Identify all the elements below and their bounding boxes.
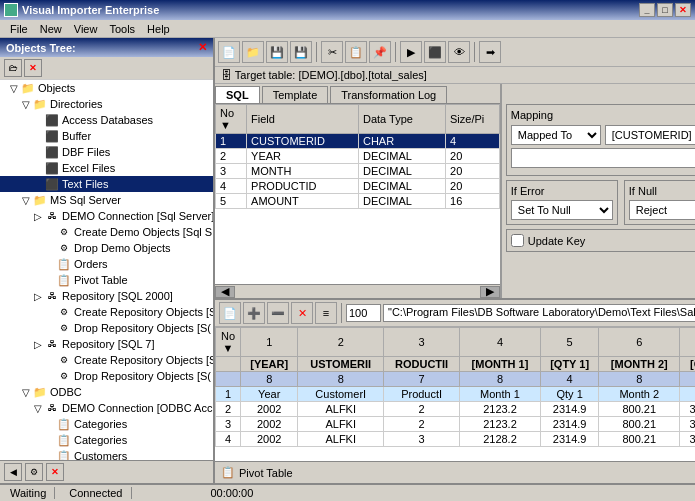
mapped-to-select[interactable]: Mapped To	[511, 125, 601, 145]
left-btn3[interactable]: ✕	[46, 463, 64, 481]
close-button[interactable]: ✕	[675, 3, 691, 17]
expand-icon: ▷	[32, 291, 44, 302]
toolbar-new[interactable]: 📄	[218, 41, 240, 63]
field-table-hscroll[interactable]: ◀ ▶	[215, 284, 500, 298]
mapping-value-select[interactable]: [CUSTOMERID]	[605, 125, 695, 145]
mapping-expression-input[interactable]	[511, 148, 695, 168]
tree-item-dbf[interactable]: ⬛ DBF Files	[0, 144, 213, 160]
hscroll-right[interactable]: ▶	[480, 286, 500, 298]
tree-label-create-demo: Create Demo Objects [Sql S	[74, 226, 212, 238]
field-row-3[interactable]: 3 MONTH DECIMAL 20	[216, 164, 500, 179]
tree-label-customers: Customers	[74, 450, 127, 460]
toolbar-copy[interactable]: 📋	[345, 41, 367, 63]
tab-template[interactable]: Template	[262, 86, 329, 103]
field-row-4[interactable]: 4 PRODUCTID DECIMAL 20	[216, 179, 500, 194]
toolbar-cut[interactable]: ✂	[321, 41, 343, 63]
tab-sql[interactable]: SQL	[215, 86, 260, 103]
toolbar-paste[interactable]: 📌	[369, 41, 391, 63]
tree-item-customers[interactable]: 📋 Customers	[0, 448, 213, 460]
toolbar-next[interactable]: ➡	[479, 41, 501, 63]
tree-item-repo2000[interactable]: ▷ 🖧 Repository [SQL 2000]	[0, 288, 213, 304]
close-panel-button[interactable]: ✕	[198, 41, 207, 54]
row1-no: 1	[216, 387, 241, 402]
field-table-container[interactable]: No ▼ Field Data Type Size/Pi 1 CUSTOMERI…	[215, 104, 500, 284]
grid-data-row-2[interactable]: 2 2002 ALFKI 2 2123.2 2314.9 800.21 3390…	[216, 402, 696, 417]
window-controls[interactable]: _ □ ✕	[639, 3, 691, 17]
minimize-button[interactable]: _	[639, 3, 655, 17]
grid-col-4: 4	[460, 328, 541, 357]
tree-item-categories1[interactable]: 📋 Categories	[0, 416, 213, 432]
hscroll-left[interactable]: ◀	[215, 286, 235, 298]
tab-transformation-log[interactable]: Transformation Log	[330, 86, 447, 103]
bottom-btn-filter[interactable]: ≡	[315, 302, 337, 324]
field-row-1[interactable]: 1 CUSTOMERID CHAR 4	[216, 134, 500, 149]
tree-item-create-demo[interactable]: ⚙ Create Demo Objects [Sql S	[0, 224, 213, 240]
tree-item-demo-conn[interactable]: ▷ 🖧 DEMO Connection [Sql Server]	[0, 208, 213, 224]
tree-label-repo7: Repository [SQL 7]	[62, 338, 155, 350]
field-type-4: DECIMAL	[358, 179, 445, 194]
tree-item-drop-repo2000[interactable]: ⚙ Drop Repository Objects [S(	[0, 320, 213, 336]
toolbar-saveas[interactable]: 💾	[290, 41, 312, 63]
field-row-2[interactable]: 2 YEAR DECIMAL 20	[216, 149, 500, 164]
update-key-checkbox[interactable]	[511, 234, 524, 247]
tree-item-pivot[interactable]: 📋 Pivot Table	[0, 272, 213, 288]
tree-item-objects[interactable]: ▽ 📁 Objects	[0, 80, 213, 96]
col-header-no: No ▼	[216, 105, 247, 134]
menu-help[interactable]: Help	[141, 21, 176, 37]
bottom-btn-minus[interactable]: ➖	[267, 302, 289, 324]
tree-item-repo7[interactable]: ▷ 🖧 Repository [SQL 7]	[0, 336, 213, 352]
tree-toolbar-btn1[interactable]: 🗁	[4, 59, 22, 77]
if-error-select[interactable]: Set To Null	[511, 200, 613, 220]
data-grid-container[interactable]: No ▼ 1 2 3 4 5 6 7 [YEAR]	[215, 327, 695, 461]
tree-item-create-repo7[interactable]: ⚙ Create Repository Objects [S	[0, 352, 213, 368]
tree-item-orders[interactable]: 📋 Orders	[0, 256, 213, 272]
tree-item-categories2[interactable]: 📋 Categories	[0, 432, 213, 448]
toolbar-preview[interactable]: 👁	[448, 41, 470, 63]
tree-item-directories[interactable]: ▽ 📁 Directories	[0, 96, 213, 112]
grid-data-row-3[interactable]: 3 2002 ALFKI 2 2123.2 2314.9 800.21 3390…	[216, 417, 696, 432]
bottom-btn1[interactable]: 📄	[219, 302, 241, 324]
create-repo2000-icon: ⚙	[56, 305, 72, 319]
row3-c2: ALFKI	[298, 417, 384, 432]
create-repo7-icon: ⚙	[56, 353, 72, 367]
grid-data-row-1[interactable]: 1 Year CustomerI ProductI Month 1 Qty 1 …	[216, 387, 696, 402]
menu-new[interactable]: New	[34, 21, 68, 37]
tree-item-drop-repo7[interactable]: ⚙ Drop Repository Objects [S(	[0, 368, 213, 384]
row-count-input[interactable]	[346, 304, 381, 322]
toolbar-stop[interactable]: ⬛	[424, 41, 446, 63]
grid-col-1: 1	[241, 328, 298, 357]
row1-c1: Year	[241, 387, 298, 402]
menu-tools[interactable]: Tools	[103, 21, 141, 37]
tree-item-create-repo2000[interactable]: ⚙ Create Repository Objects [S	[0, 304, 213, 320]
tree-item-text-files[interactable]: ⬛ Text Files	[0, 176, 213, 192]
grid-col-6: 6	[599, 328, 680, 357]
bottom-btn-x[interactable]: ✕	[291, 302, 313, 324]
if-null-select[interactable]: Reject	[629, 200, 695, 220]
tree-item-buffer[interactable]: ⬛ Buffer	[0, 128, 213, 144]
menu-view[interactable]: View	[68, 21, 104, 37]
bottom-btn-plus[interactable]: ➕	[243, 302, 265, 324]
toolbar-open[interactable]: 📁	[242, 41, 264, 63]
grid-data-row-4[interactable]: 4 2002 ALFKI 3 2128.2 2314.9 800.21 3390…	[216, 432, 696, 447]
drop-demo-icon: ⚙	[56, 241, 72, 255]
grid-header-row1: No ▼ 1 2 3 4 5 6 7	[216, 328, 696, 357]
menu-file[interactable]: File	[4, 21, 34, 37]
left-btn1[interactable]: ◀	[4, 463, 22, 481]
field-row-5[interactable]: 5 AMOUNT DECIMAL 16	[216, 194, 500, 209]
h2-2: USTOMERII	[298, 357, 384, 372]
tree-item-mssql[interactable]: ▽ 📁 MS Sql Server	[0, 192, 213, 208]
tree-label-text-files: Text Files	[62, 178, 108, 190]
pivot-table-label[interactable]: Pivot Table	[239, 467, 293, 479]
tree-item-drop-demo[interactable]: ⚙ Drop Demo Objects	[0, 240, 213, 256]
toolbar-save[interactable]: 💾	[266, 41, 288, 63]
maximize-button[interactable]: □	[657, 3, 673, 17]
tree-container[interactable]: ▽ 📁 Objects ▽ 📁 Directories ⬛ Access Dat…	[0, 80, 213, 460]
tree-item-odbc[interactable]: ▽ 📁 ODBC	[0, 384, 213, 400]
grid-col-3: 3	[384, 328, 460, 357]
toolbar-run[interactable]: ▶	[400, 41, 422, 63]
tree-item-demo-odbc[interactable]: ▽ 🖧 DEMO Connection [ODBC Acc	[0, 400, 213, 416]
tree-toolbar-btn2[interactable]: ✕	[24, 59, 42, 77]
left-btn2[interactable]: ⚙	[25, 463, 43, 481]
tree-item-excel[interactable]: ⬛ Excel Files	[0, 160, 213, 176]
tree-item-access[interactable]: ⬛ Access Databases	[0, 112, 213, 128]
